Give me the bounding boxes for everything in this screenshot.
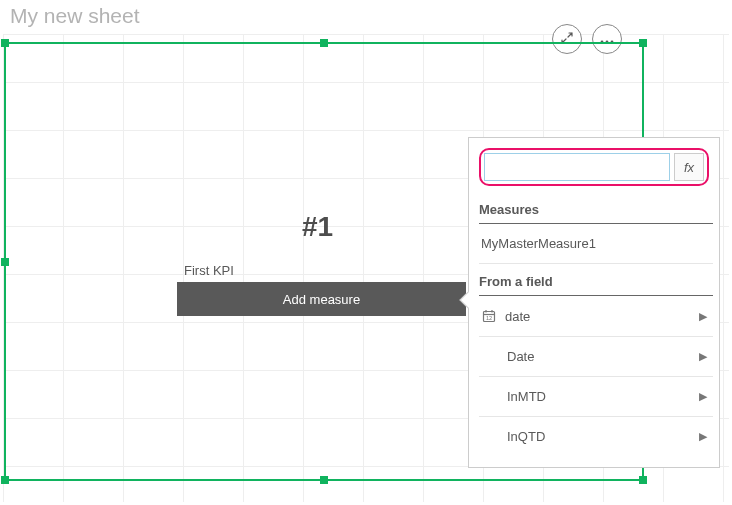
field-item-date[interactable]: Date ▶ — [479, 337, 713, 377]
measure-search-input[interactable] — [484, 153, 670, 181]
kpi-label: First KPI — [184, 263, 234, 278]
calendar-icon: 12 — [481, 308, 497, 324]
add-measure-label: Add measure — [283, 292, 360, 307]
chevron-right-icon: ▶ — [699, 390, 707, 403]
expression-editor-button[interactable]: fx — [674, 153, 704, 181]
resize-handle-n[interactable] — [320, 39, 328, 47]
add-measure-button[interactable]: Add measure — [177, 282, 466, 316]
section-field-header: From a field — [479, 264, 713, 296]
svg-text:12: 12 — [486, 315, 492, 321]
resize-handle-sw[interactable] — [1, 476, 9, 484]
resize-handle-w[interactable] — [1, 258, 9, 266]
chevron-right-icon: ▶ — [699, 350, 707, 363]
sheet-title: My new sheet — [10, 4, 140, 28]
field-item-inqtd[interactable]: InQTD ▶ — [479, 417, 713, 456]
fx-icon: fx — [684, 160, 694, 175]
chevron-right-icon: ▶ — [699, 430, 707, 443]
section-measures-header: Measures — [479, 192, 713, 224]
measure-list[interactable]: Measures MyMasterMeasure1 From a field 1… — [469, 192, 719, 467]
resize-handle-ne[interactable] — [639, 39, 647, 47]
resize-handle-nw[interactable] — [1, 39, 9, 47]
chevron-right-icon: ▶ — [699, 310, 707, 323]
resize-handle-s[interactable] — [320, 476, 328, 484]
field-item-inmtd[interactable]: InMTD ▶ — [479, 377, 713, 417]
measure-picker-popover: fx Measures MyMasterMeasure1 From a fiel… — [468, 137, 720, 468]
field-item-date-group[interactable]: 12 date ▶ — [479, 296, 713, 337]
kpi-value: #1 — [302, 211, 333, 243]
resize-handle-se[interactable] — [639, 476, 647, 484]
measure-item-mymastermeasure1[interactable]: MyMasterMeasure1 — [479, 224, 713, 264]
